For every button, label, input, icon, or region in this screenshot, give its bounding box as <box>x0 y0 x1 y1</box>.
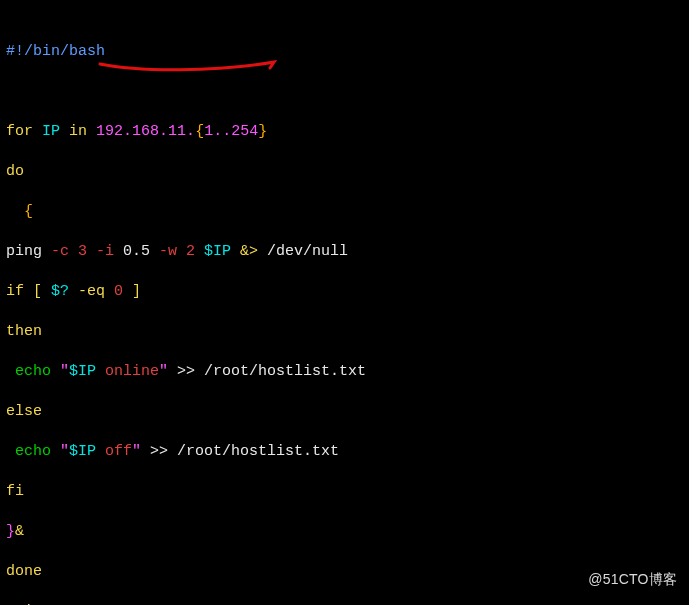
kw-in: in <box>69 123 87 140</box>
op-eq: -eq <box>69 283 114 300</box>
code-line: then <box>6 322 683 342</box>
kw-for: for <box>6 123 33 140</box>
quote: " <box>51 363 69 380</box>
code-line-blank <box>6 82 683 102</box>
indent <box>6 203 24 220</box>
watermark-label: @51CTO博客 <box>588 569 677 589</box>
code-line: fi <box>6 482 683 502</box>
code-line: { <box>6 202 683 222</box>
redir-path: >> /root/hostlist.txt <box>141 443 339 460</box>
code-line: }& <box>6 522 683 542</box>
ip-prefix: 192.168.11. <box>96 123 195 140</box>
str-online: online <box>96 363 159 380</box>
ping-flags: -c 3 -i <box>42 243 114 260</box>
cmd-echo: echo <box>15 443 51 460</box>
var-ip: $IP <box>69 443 96 460</box>
quote: " <box>159 363 168 380</box>
ping-num: 0.5 <box>114 243 150 260</box>
code-line: for IP in 192.168.11.{1..254} <box>6 122 683 142</box>
kw-then: then <box>6 323 42 340</box>
cmd-echo: echo <box>15 363 51 380</box>
kw-if: if <box>6 283 24 300</box>
code-line: echo "$IP online" >> /root/hostlist.txt <box>6 362 683 382</box>
indent <box>6 443 15 460</box>
str-off: off <box>96 443 132 460</box>
code-line: #!/bin/bash <box>6 42 683 62</box>
kw-else: else <box>6 403 42 420</box>
quote: " <box>51 443 69 460</box>
var-ip: IP <box>42 123 60 140</box>
ping-flags2: -w 2 <box>150 243 195 260</box>
brace-close: } <box>6 523 15 540</box>
code-line: else <box>6 402 683 422</box>
brace-open: { <box>24 203 33 220</box>
path-devnull: /dev/null <box>258 243 348 260</box>
var-ip: $IP <box>69 363 96 380</box>
amp: & <box>15 523 24 540</box>
quote: " <box>132 443 141 460</box>
code-line: if [ $? -eq 0 ] <box>6 282 683 302</box>
kw-done: done <box>6 563 42 580</box>
code-editor-viewport[interactable]: #!/bin/bash for IP in 192.168.11.{1..254… <box>0 0 689 605</box>
kw-fi: fi <box>6 483 24 500</box>
code-line: do <box>6 162 683 182</box>
bracket-close: ] <box>123 283 141 300</box>
var-status: $? <box>51 283 69 300</box>
code-line: echo "$IP off" >> /root/hostlist.txt <box>6 442 683 462</box>
code-line: done <box>6 562 683 582</box>
num-zero: 0 <box>114 283 123 300</box>
var-ip: $IP <box>195 243 231 260</box>
redir-amp: &> <box>231 243 258 260</box>
brace-close: } <box>258 123 267 140</box>
code-line: ping -c 3 -i 0.5 -w 2 $IP &> /dev/null <box>6 242 683 262</box>
shebang-hash: #! <box>6 43 24 60</box>
bracket-open: [ <box>24 283 51 300</box>
ip-range: 1..254 <box>204 123 258 140</box>
redir-path: >> /root/hostlist.txt <box>168 363 366 380</box>
indent <box>6 363 15 380</box>
cmd-ping: ping <box>6 243 42 260</box>
brace-open: { <box>195 123 204 140</box>
kw-do: do <box>6 163 24 180</box>
shebang-path: /bin/bash <box>24 43 105 60</box>
